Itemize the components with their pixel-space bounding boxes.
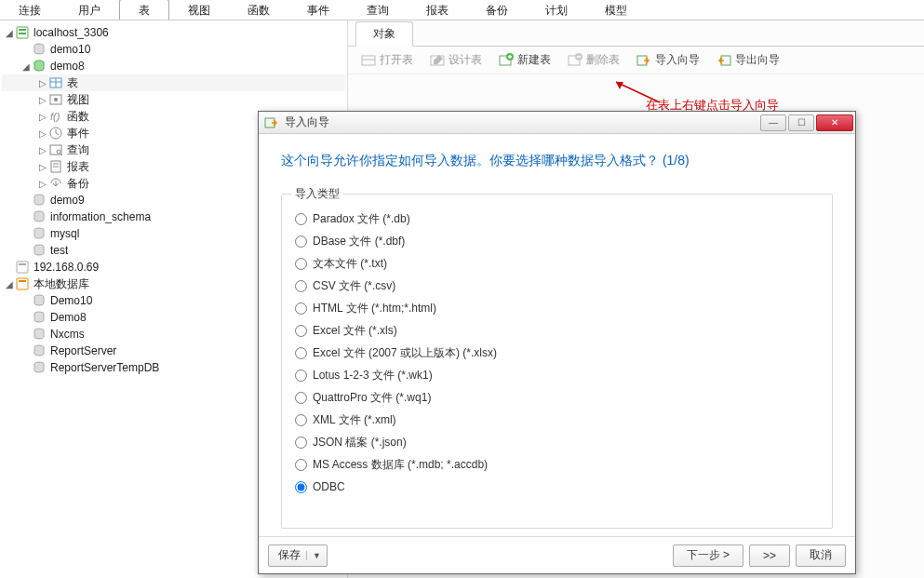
collapse-icon[interactable]: ◢ [20,61,32,72]
tree-node-label: 视图 [67,92,89,108]
radio-input[interactable] [295,258,307,270]
db-gray-icon [32,209,47,224]
import-dialog-icon [264,115,279,130]
tree-node-label: 报表 [67,159,89,175]
radio-input[interactable] [295,459,307,471]
import-type-option[interactable]: HTML 文件 (*.htm;*.html) [295,297,819,319]
radio-input[interactable] [295,280,307,292]
minimize-button[interactable]: — [760,114,786,131]
dialog-title: 导入向导 [285,114,758,130]
radio-input[interactable] [295,347,307,359]
design-table-button[interactable]: 设计表 [424,50,488,70]
db-gray-icon [32,42,47,57]
save-button[interactable]: 保存 ▼ [268,544,328,567]
svg-rect-2 [19,33,26,34]
import-type-option[interactable]: QuattroPro 文件 (*.wq1) [295,386,819,409]
import-type-option[interactable]: XML 文件 (*.xml) [295,409,819,431]
radio-input[interactable] [295,235,307,248]
view-icon [48,92,63,107]
radio-label: MS Access 数据库 (*.mdb; *.accdb) [313,457,488,473]
export-wizard-button[interactable]: 导出向导 [711,50,785,70]
menu-item[interactable]: 用户 [60,0,119,20]
maximize-button[interactable]: ☐ [788,114,814,131]
group-title: 导入类型 [291,186,343,202]
expand-icon[interactable]: ▷ [37,78,48,88]
tree-node-label: 备份 [67,176,89,192]
dialog-titlebar[interactable]: 导入向导 — ☐ ✕ [259,112,855,134]
import-type-option[interactable]: 文本文件 (*.txt) [295,252,819,275]
import-wizard-label: 导入向导 [655,52,700,68]
radio-input[interactable] [295,302,307,315]
radio-label: XML 文件 (*.xml) [313,412,396,428]
collapse-icon[interactable]: ◢ [4,28,15,38]
delete-table-button[interactable]: 删除表 [562,50,625,70]
import-type-option[interactable]: ODBC [295,476,819,498]
radio-input[interactable] [295,370,307,382]
open-table-button[interactable]: 打开表 [355,50,419,70]
tree-node-label: 本地数据库 [33,276,89,292]
server-green-icon [15,25,30,40]
caret-down-icon: ▼ [306,551,321,560]
expand-icon[interactable]: ▷ [37,179,48,189]
import-type-option[interactable]: Lotus 1-2-3 文件 (*.wk1) [295,364,819,386]
next-button[interactable]: 下一步 > [673,544,743,567]
tree-node-label: ReportServer [50,344,116,357]
import-type-option[interactable]: JSON 檔案 (*.json) [295,431,819,453]
object-toolbar: 打开表 设计表 新建表 删除表 导入向导 导出向导 [348,47,924,74]
tree-node-label: 表 [67,75,78,91]
tree-node[interactable]: ▷视图 [2,91,345,108]
fast-forward-button[interactable]: >> [749,544,790,567]
tree-node-label: test [50,244,68,257]
import-type-option[interactable]: Excel 文件 (2007 或以上版本) (*.xlsx) [295,342,819,364]
tree-node[interactable]: ▷表 [2,74,345,91]
radio-input[interactable] [295,437,307,449]
import-type-option[interactable]: DBase 文件 (*.dbf) [295,230,819,252]
radio-input[interactable] [295,325,307,337]
db-green-icon [32,59,47,74]
import-type-option[interactable]: Excel 文件 (*.xls) [295,319,819,342]
tree-node[interactable]: ◢demo8 [2,58,345,74]
menu-item[interactable]: 事件 [288,0,348,20]
import-type-option[interactable]: CSV 文件 (*.csv) [295,275,819,297]
menu-item[interactable]: 查询 [348,0,408,20]
tree-node-label: information_schema [50,210,151,223]
tab-objects[interactable]: 对象 [355,21,413,47]
tree-node[interactable]: demo10 [2,41,345,58]
db-gray-icon [32,293,47,308]
import-type-group: 导入类型 Paradox 文件 (*.db)DBase 文件 (*.dbf)文本… [281,194,833,529]
radio-input[interactable] [295,213,307,225]
import-type-option[interactable]: MS Access 数据库 (*.mdb; *.accdb) [295,453,819,476]
svg-line-14 [60,154,62,155]
db-gray-icon [32,193,47,208]
cancel-button[interactable]: 取消 [796,544,846,567]
import-type-option[interactable]: Paradox 文件 (*.db) [295,208,819,230]
svg-text:f(): f() [50,111,60,122]
menu-item[interactable]: 报表 [408,0,467,20]
query-icon [48,142,63,157]
radio-input[interactable] [295,481,307,493]
dialog-body: 这个向导允许你指定如何导入数据。你要选择哪种数据导入格式？ (1/8) 导入类型… [259,134,855,536]
menu-item[interactable]: 模型 [586,0,646,20]
menu-item[interactable]: 表 [119,0,169,20]
expand-icon[interactable]: ▷ [37,95,48,105]
close-button[interactable]: ✕ [816,114,853,131]
tree-node[interactable]: ◢localhost_3306 [2,24,345,41]
radio-label: JSON 檔案 (*.json) [313,435,407,450]
collapse-icon[interactable]: ◢ [4,279,15,289]
radio-input[interactable] [295,414,307,426]
expand-icon[interactable]: ▷ [37,112,48,122]
expand-icon[interactable]: ▷ [37,162,48,172]
import-wizard-button[interactable]: 导入向导 [631,50,705,70]
expand-icon[interactable]: ▷ [37,128,48,139]
menu-item[interactable]: 计划 [527,0,586,20]
open-table-label: 打开表 [380,52,413,68]
new-table-button[interactable]: 新建表 [493,50,556,70]
radio-input[interactable] [295,392,307,404]
fn-icon: f() [48,109,63,124]
expand-icon[interactable]: ▷ [37,145,48,155]
menu-item[interactable]: 连接 [0,0,60,20]
menu-item[interactable]: 备份 [467,0,527,20]
menu-item[interactable]: 视图 [169,0,229,20]
svg-rect-23 [19,263,26,265]
menu-item[interactable]: 函数 [229,0,288,20]
